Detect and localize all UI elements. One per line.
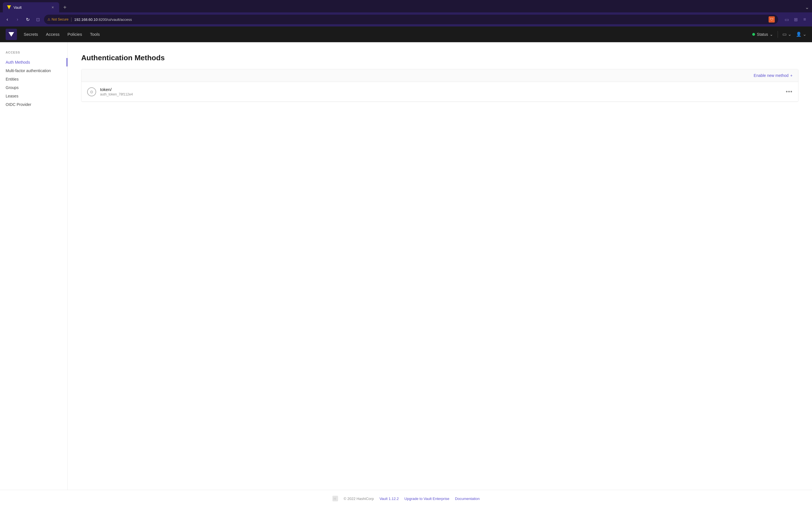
footer-copyright: © 2022 HashiCorp: [344, 497, 374, 501]
tab-favicon: [7, 5, 11, 10]
methods-container: Enable new method + ⊙ token/ auth_token_…: [81, 69, 799, 102]
vault-favicon-icon: [7, 5, 11, 9]
sidebar-item-groups-label: Groups: [6, 86, 18, 90]
enable-btn-label: Enable new method: [754, 73, 789, 78]
sidebar-toggle-button[interactable]: ▭: [783, 15, 791, 23]
screen-button[interactable]: ▭ ⌄: [782, 32, 792, 37]
token-method-menu-button[interactable]: •••: [786, 89, 793, 95]
vault-nav-links: Secrets Access Policies Tools: [24, 32, 100, 37]
sidebar-item-groups[interactable]: Groups: [6, 83, 62, 92]
menu-button[interactable]: ≡: [801, 15, 809, 23]
address-separator: |: [71, 17, 72, 22]
sidebar-item-leases-label: Leases: [6, 94, 18, 98]
vault-app: Secrets Access Policies Tools Status ⌄ ▭…: [0, 26, 812, 507]
token-method-name[interactable]: token/: [100, 87, 786, 92]
warning-icon: ⚠: [47, 17, 50, 21]
sidebar-item-entities[interactable]: Entities: [6, 75, 62, 83]
extensions-button[interactable]: ⊞: [792, 15, 800, 23]
bookmark-button[interactable]: ⊡: [34, 15, 42, 23]
sidebar-item-mfa-label: Multi-factor authentication: [6, 68, 51, 73]
nav-link-policies[interactable]: Policies: [67, 32, 82, 37]
footer-vault-version-link[interactable]: Vault 1.12.2: [379, 497, 399, 501]
status-chevron: ⌄: [770, 32, 773, 37]
not-secure-indicator: ⚠ Not Secure: [47, 17, 68, 21]
token-icon-symbol: ⊙: [90, 90, 93, 94]
status-label: Status: [757, 32, 768, 37]
vault-nav-right: Status ⌄ ▭ ⌄ 👤 ⌄: [752, 31, 806, 38]
svg-text:H: H: [334, 497, 336, 501]
sidebar-item-auth-methods-label: Auth Methods: [6, 60, 30, 64]
url-path: :8200/ui/vault/access: [98, 17, 132, 22]
status-badge[interactable]: Status ⌄: [752, 32, 773, 37]
sidebar-item-mfa[interactable]: Multi-factor authentication: [6, 66, 62, 75]
page-title: Authentication Methods: [81, 54, 799, 62]
window-chevron[interactable]: ⌄: [805, 4, 809, 10]
browser-chrome: Vault × + ⌄ ‹ › ↻ ⊡ ⚠ Not Secure | 192.1…: [0, 0, 812, 26]
vault-logo-triangle: [8, 32, 14, 37]
url-host: 192.168.60.10: [74, 17, 98, 22]
reload-button[interactable]: ↻: [24, 15, 32, 23]
sidebar-item-auth-methods[interactable]: Auth Methods: [6, 58, 62, 66]
nav-link-secrets[interactable]: Secrets: [24, 32, 38, 37]
active-tab[interactable]: Vault ×: [3, 2, 59, 12]
back-button[interactable]: ‹: [3, 15, 11, 23]
address-right: 🛡: [769, 16, 775, 22]
sidebar-item-leases[interactable]: Leases: [6, 92, 62, 100]
content-layout: ACCESS Auth Methods Multi-factor authent…: [0, 42, 812, 490]
nav-bar: ‹ › ↻ ⊡ ⚠ Not Secure | 192.168.60.10:820…: [0, 12, 812, 26]
token-method-accessor: auth_token_78f112e4: [100, 93, 786, 96]
user-icon: 👤: [796, 32, 802, 37]
sidebar-active-bar: [66, 58, 67, 66]
user-chevron: ⌄: [803, 32, 806, 37]
brave-shield-icon[interactable]: 🛡: [769, 16, 775, 22]
sidebar-item-oidc-label: OIDC Provider: [6, 102, 31, 107]
user-button[interactable]: 👤 ⌄: [796, 32, 806, 37]
enable-btn-icon: +: [790, 73, 793, 78]
sidebar: ACCESS Auth Methods Multi-factor authent…: [0, 42, 68, 490]
nav-right-buttons: ▭ ⊞ ≡: [783, 15, 809, 23]
vault-top-nav: Secrets Access Policies Tools Status ⌄ ▭…: [0, 26, 812, 42]
sidebar-section-title: ACCESS: [6, 51, 62, 54]
screen-icon: ▭: [782, 32, 786, 37]
tab-close-button[interactable]: ×: [50, 5, 55, 10]
token-method-icon: ⊙: [87, 87, 96, 96]
nav-link-tools[interactable]: Tools: [90, 32, 100, 37]
tab-title: Vault: [13, 5, 48, 10]
nav-divider: [777, 31, 778, 38]
main-content: Authentication Methods Enable new method…: [68, 42, 812, 490]
tab-bar: Vault × + ⌄: [0, 0, 812, 12]
address-url: 192.168.60.10:8200/ui/vault/access: [74, 17, 132, 22]
footer-documentation-link[interactable]: Documentation: [455, 497, 479, 501]
methods-header: Enable new method +: [82, 69, 798, 82]
new-tab-button[interactable]: +: [61, 3, 69, 11]
token-method-info: token/ auth_token_78f112e4: [100, 87, 786, 96]
nav-link-access[interactable]: Access: [46, 32, 59, 37]
status-dot: [752, 33, 755, 36]
vault-footer: H © 2022 HashiCorp Vault 1.12.2 Upgrade …: [0, 490, 812, 507]
forward-button[interactable]: ›: [13, 15, 21, 23]
footer-hashicorp-logo: H: [333, 496, 338, 501]
vault-logo[interactable]: [6, 29, 17, 40]
sidebar-items: Auth Methods Multi-factor authentication…: [6, 58, 62, 109]
method-row-token: ⊙ token/ auth_token_78f112e4 •••: [82, 82, 798, 102]
sidebar-item-entities-label: Entities: [6, 77, 18, 81]
not-secure-label: Not Secure: [52, 17, 68, 21]
footer-upgrade-link[interactable]: Upgrade to Vault Enterprise: [404, 497, 449, 501]
address-bar[interactable]: ⚠ Not Secure | 192.168.60.10:8200/ui/vau…: [44, 15, 778, 24]
screen-chevron: ⌄: [788, 32, 792, 37]
enable-new-method-button[interactable]: Enable new method +: [754, 73, 793, 78]
sidebar-item-oidc[interactable]: OIDC Provider: [6, 100, 62, 109]
